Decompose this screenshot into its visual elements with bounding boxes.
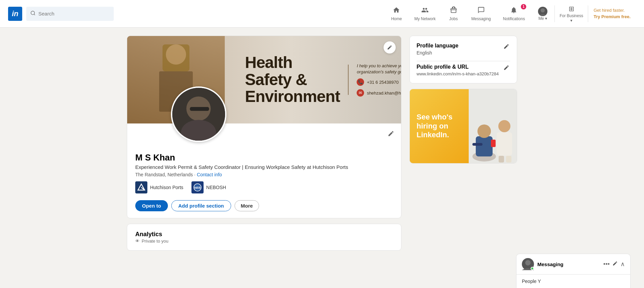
nav-label-notifications: Notifications: [503, 16, 525, 21]
phone-icon: 📞: [357, 78, 364, 86]
profile-language-info: Profile language English: [417, 43, 458, 56]
hutchison-name: Hutchison Ports: [150, 185, 183, 190]
nav-item-my-network[interactable]: My Network: [408, 0, 441, 28]
nav-label-jobs: Jobs: [449, 16, 458, 21]
public-profile-url: www.linkedin.com/in/m-s-khan-a320b7284: [417, 71, 499, 76]
nav-item-me[interactable]: Me ▾: [531, 0, 554, 28]
cover-title: Health Safety & Environment: [245, 54, 340, 105]
public-profile-label: Public profile & URL: [417, 64, 499, 70]
notifications-icon: [510, 6, 517, 16]
ad-image: See who's hiring on LinkedIn.: [410, 89, 517, 163]
nav-item-jobs[interactable]: Jobs: [442, 0, 465, 28]
nav-label-my-network: My Network: [414, 16, 435, 21]
messaging-icon: [477, 6, 485, 16]
profile-actions: Open to Add profile section More: [135, 200, 393, 211]
messaging-widget: Messaging ••• ∧ People Y: [516, 254, 631, 259]
svg-text:NEB: NEB: [194, 186, 201, 189]
nav-label-me: Me ▾: [538, 16, 547, 21]
search-bar[interactable]: [26, 7, 114, 21]
ad-widget[interactable]: See who's hiring on LinkedIn.: [409, 89, 517, 164]
main-column: Health Safety & Environment I help you t…: [127, 36, 401, 251]
contact-info-link[interactable]: Contact info: [197, 172, 222, 177]
profile-language-label: Profile language: [417, 43, 458, 49]
more-button[interactable]: More: [235, 200, 259, 211]
open-to-button[interactable]: Open to: [135, 200, 168, 211]
hutchison-logo: [135, 181, 147, 193]
add-profile-section-button[interactable]: Add profile section: [171, 200, 231, 211]
nav-items: Home My Network Jobs Messaging 1 Notif: [385, 0, 636, 28]
nav-item-notifications[interactable]: 1 Notifications: [497, 0, 531, 28]
grid-icon: ⊞: [569, 5, 574, 13]
nebosh-name: NEBOSH: [206, 185, 226, 190]
profile-headline: Experienced Work Permit & Safety Coordin…: [135, 164, 393, 170]
svg-rect-15: [476, 136, 493, 156]
analytics-card: Analytics 👁 Private to you: [127, 224, 401, 251]
cover-divider: [348, 65, 349, 95]
profile-name: M S Khan: [135, 152, 393, 163]
nav-label-messaging: Messaging: [471, 16, 491, 21]
cover-right-info: I help you to achieve your organization'…: [357, 63, 401, 97]
cover-phone: 📞 +31 6 25438970: [357, 78, 401, 86]
ad-headline: See who's hiring on LinkedIn.: [417, 113, 462, 139]
nav-item-messaging[interactable]: Messaging: [465, 0, 497, 28]
profile-language-row: Profile language English: [417, 43, 510, 56]
svg-point-16: [477, 124, 491, 138]
nav-for-business[interactable]: ⊞ For Business ▾: [555, 0, 588, 28]
nav-item-home[interactable]: Home: [385, 0, 408, 28]
svg-rect-17: [472, 143, 482, 146]
analytics-subtitle: 👁 Private to you: [135, 239, 393, 244]
svg-point-5: [166, 44, 186, 65]
svg-rect-20: [497, 132, 512, 156]
nav-label-home: Home: [391, 16, 402, 21]
profile-location: The Randstad, Netherlands · Contact info: [135, 172, 393, 177]
home-icon: [393, 6, 400, 16]
svg-point-19: [498, 120, 510, 132]
public-profile-info: Public profile & URL www.linkedin.com/in…: [417, 64, 499, 76]
jobs-icon: [450, 6, 457, 16]
eye-icon: 👁: [135, 239, 140, 244]
analytics-title: Analytics: [135, 231, 393, 238]
page-container: Health Safety & Environment I help you t…: [120, 28, 524, 259]
public-profile-row: Public profile & URL www.linkedin.com/in…: [417, 64, 510, 76]
cover-area: Health Safety & Environment I help you t…: [127, 36, 401, 123]
profile-avatar: [171, 86, 226, 142]
navbar: in Home My Network Jobs: [0, 0, 644, 28]
edit-cover-button[interactable]: [384, 41, 396, 53]
search-input[interactable]: [38, 11, 110, 16]
svg-point-2: [541, 8, 545, 12]
edit-profile-button[interactable]: [386, 129, 396, 139]
svg-rect-9: [190, 107, 209, 111]
svg-rect-21: [499, 156, 504, 163]
notification-badge: 1: [521, 4, 526, 9]
company-hutchison[interactable]: Hutchison Ports: [135, 181, 183, 193]
svg-point-0: [31, 11, 35, 15]
profile-language-value: English: [417, 50, 458, 56]
nebosh-logo: NEB: [191, 181, 204, 193]
svg-line-1: [34, 14, 35, 15]
premium-promo[interactable]: Get hired faster. Try Premium free.: [588, 0, 636, 28]
svg-rect-18: [491, 140, 496, 147]
edit-url-button[interactable]: [503, 64, 510, 73]
svg-rect-22: [506, 156, 511, 163]
cover-email: ✉ shehzad.khan@hotmail.nl: [357, 89, 401, 97]
email-icon: ✉: [357, 89, 364, 97]
cover-tagline: I help you to achieve your organization'…: [357, 63, 401, 75]
profile-companies: Hutchison Ports NEB NEBOSH: [135, 181, 393, 193]
me-avatar: [538, 7, 547, 16]
company-nebosh[interactable]: NEB NEBOSH: [191, 181, 226, 193]
messaging-avatar: [522, 258, 534, 259]
messaging-header[interactable]: Messaging ••• ∧: [516, 254, 630, 259]
profile-info: M S Khan Experienced Work Permit & Safet…: [127, 123, 401, 218]
linkedin-logo[interactable]: in: [8, 7, 22, 21]
my-network-icon: [421, 6, 429, 16]
profile-settings-widget: Profile language English Public profile …: [409, 36, 517, 83]
edit-language-button[interactable]: [503, 43, 510, 52]
profile-card: Health Safety & Environment I help you t…: [127, 36, 401, 218]
side-column: Profile language English Public profile …: [409, 36, 517, 251]
search-icon: [30, 10, 36, 17]
